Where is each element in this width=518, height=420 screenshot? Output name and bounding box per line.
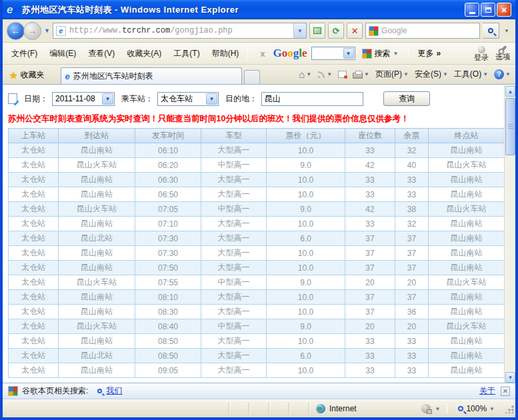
table-cell: 昆山南站 (59, 173, 135, 187)
toolbar-separator (247, 46, 248, 61)
google-signin-button[interactable]: 登录 (474, 46, 489, 61)
query-form: 日期： 2011-11-08 ▼ 乘车站： 太仓车站 ▼ 目的地： 查询 (3, 89, 502, 109)
page-menu-button[interactable]: 页面(P)▼ (373, 67, 411, 81)
read-mail-button[interactable] (336, 69, 349, 79)
scroll-up-button[interactable]: ▲ (505, 86, 515, 97)
google-options-button[interactable]: 选项 (495, 46, 510, 61)
chevron-down-icon[interactable]: ▼ (206, 93, 217, 105)
menu-item[interactable]: 收藏夹(A) (121, 45, 167, 62)
table-cell: 太仓站 (9, 173, 59, 187)
scroll-down-button[interactable]: ▼ (505, 372, 515, 383)
search-placeholder: Google (381, 26, 407, 35)
zoom-control[interactable]: 100% ▼ (454, 404, 499, 413)
station-select[interactable]: 太仓车站 ▼ (157, 92, 219, 106)
chevron-down-icon[interactable]: ▼ (489, 406, 495, 412)
table-cell: 10.0 (267, 334, 345, 349)
print-button[interactable]: ▼ (351, 69, 371, 80)
table-cell: 33 (345, 334, 395, 349)
table-cell: 大型高一 (201, 334, 267, 349)
menu-item[interactable]: 帮助(H) (206, 45, 245, 62)
compatibility-view-button[interactable] (309, 23, 325, 39)
close-button[interactable]: × (497, 3, 511, 17)
table-row: 太仓站昆山火车站06:20中型高一9.04240昆山火车站 (9, 158, 505, 173)
table-cell: 32 (395, 217, 429, 231)
chevron-down-icon[interactable]: ▼ (102, 93, 113, 105)
scrollbar-thumb[interactable] (505, 98, 515, 155)
timetable: 上车站到达站发车时间车型票价（元）座位数余票终点站 太仓站昆山南站06:10大型… (8, 128, 505, 383)
page-content: 日期： 2011-11-08 ▼ 乘车站： 太仓车站 ▼ 目的地： 查询 苏州公… (3, 85, 515, 383)
table-row: 太仓站昆山火车站07:55中型高一9.02020昆山火车站 (9, 275, 505, 290)
table-cell: 6.0 (267, 349, 345, 363)
help-icon: ? (494, 69, 504, 79)
safety-menu-button[interactable]: 安全(S)▼ (413, 67, 450, 81)
table-cell: 太仓站 (9, 231, 59, 246)
address-bar[interactable]: e http://www.tcrchr.com/gongjiao.php ▼ (53, 23, 307, 39)
back-button[interactable]: ← (7, 22, 25, 40)
search-button[interactable] (483, 23, 499, 39)
menu-item[interactable]: 文件(F) (5, 45, 43, 62)
page-favicon: e (56, 26, 66, 36)
zone-label: Internet (329, 404, 357, 413)
table-cell: 昆山南站 (429, 187, 505, 202)
chevron-down-icon[interactable]: ▼ (435, 406, 440, 412)
table-cell: 37 (345, 231, 395, 246)
help-button[interactable]: ?▼ (492, 68, 513, 81)
table-cell: 37 (345, 246, 395, 261)
printer-icon (353, 73, 363, 79)
tools-menu-button[interactable]: 工具(O)▼ (452, 67, 490, 81)
forward-button[interactable]: → (23, 22, 41, 40)
station-label: 乘车站： (121, 93, 153, 105)
favorites-button[interactable]: ★ 收藏夹 (5, 67, 51, 84)
table-cell: 太仓站 (9, 143, 59, 158)
table-header-cell: 票价（元） (267, 129, 345, 143)
stop-button[interactable]: ✕ (347, 23, 363, 39)
google-logo: Google (273, 47, 307, 60)
table-cell: 20 (345, 319, 395, 334)
menu-item[interactable]: 编辑(E) (43, 45, 82, 62)
destination-input[interactable] (261, 92, 363, 106)
minimize-button[interactable] (465, 3, 479, 17)
table-cell: 9.0 (267, 319, 345, 334)
combobox-arrow-icon[interactable]: ▼ (343, 48, 354, 59)
zoom-icon (458, 406, 463, 411)
related-bar-close-button[interactable]: ✕ (501, 387, 510, 396)
search-box[interactable]: Google (365, 23, 480, 39)
search-options-dropdown-icon[interactable]: ▼ (502, 28, 511, 34)
maximize-button[interactable] (481, 3, 495, 17)
home-button[interactable]: ⌂▼ (297, 69, 313, 81)
chevron-down-icon[interactable]: ▼ (393, 51, 399, 57)
google-toolbar-close-button[interactable]: x (256, 49, 269, 59)
timetable-body: 太仓站昆山南站06:10大型高一10.03332昆山南站太仓站昆山火车站06:2… (9, 143, 505, 378)
chevron-down-icon[interactable]: ▼ (364, 71, 369, 77)
table-cell: 太仓站 (9, 305, 59, 319)
chevron-down-icon[interactable]: ▼ (306, 71, 311, 77)
table-cell: 07:30 (135, 246, 201, 261)
address-dropdown-button[interactable]: ▼ (293, 23, 306, 38)
google-more-button[interactable]: 更多 » (415, 47, 444, 61)
maximize-icon (485, 7, 491, 13)
refresh-button[interactable]: ⟳ (328, 23, 344, 39)
table-cell: 42 (345, 202, 395, 217)
related-search-link[interactable]: 我们 (106, 385, 122, 397)
toolbar-separator (408, 49, 409, 58)
table-cell: 昆山南站 (59, 334, 135, 349)
menu-bar: 文件(F)编辑(E)查看(V)收藏夹(A)工具(T)帮助(H) x Google… (3, 43, 515, 65)
table-cell: 太仓站 (9, 349, 59, 363)
active-tab[interactable]: e 苏州地区汽车站时刻表 (61, 67, 242, 84)
table-cell: 10.0 (267, 217, 345, 231)
query-button[interactable]: 查询 (383, 91, 430, 106)
google-search-combobox[interactable]: ▼ (311, 47, 355, 60)
vertical-scrollbar[interactable]: ▲ ▼ (504, 85, 515, 383)
table-cell: 中型高一 (201, 158, 267, 173)
history-dropdown-icon[interactable]: ▼ (44, 27, 50, 34)
internet-globe-icon (316, 404, 325, 413)
menu-item[interactable]: 查看(V) (82, 45, 121, 62)
resize-grip[interactable] (505, 405, 514, 413)
date-select[interactable]: 2011-11-08 ▼ (52, 92, 115, 106)
options-label: 选项 (495, 53, 510, 61)
new-tab-button[interactable] (244, 70, 260, 84)
feeds-button[interactable]: ▼ (315, 69, 334, 80)
about-link[interactable]: 关于 (479, 385, 495, 397)
menu-item[interactable]: 工具(T) (167, 45, 205, 62)
google-search-button[interactable]: 搜索 ▼ (359, 47, 401, 61)
